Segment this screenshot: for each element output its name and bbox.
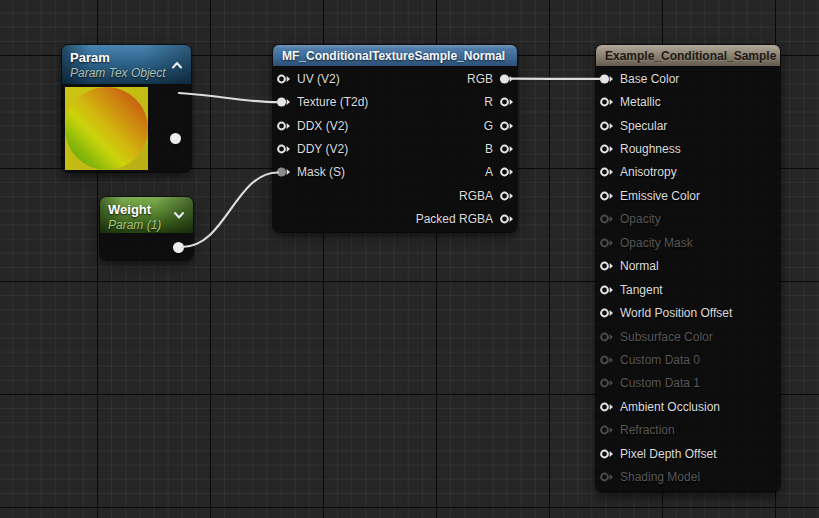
param-node-subtitle: Param Tex Object [70,66,183,81]
mask-s--pin-icon[interactable] [276,166,291,178]
pin-row-tangent[interactable]: Tangent [599,278,732,301]
emissive-color-pin-icon[interactable] [599,190,614,202]
world-position-offset-pin-icon[interactable] [599,307,614,319]
pin-row-ddx-v2-[interactable]: DDX (V2) [276,114,368,137]
node-material-function[interactable]: MF_ConditionalTextureSample_Normal UV (V… [273,45,517,232]
pin-row-rgb[interactable]: RGB [416,67,514,90]
pin-label: Texture (T2d) [297,95,368,109]
pin-label: Anisotropy [620,165,677,179]
specular-pin-icon[interactable] [599,120,614,132]
pin-label: Normal [620,259,659,273]
ddy-v2--pin-icon[interactable] [276,143,291,155]
result-node-title: Example_Conditional_Sample [605,49,776,63]
custom-data-1-pin-icon[interactable] [599,377,614,389]
function-node-header[interactable]: MF_ConditionalTextureSample_Normal [273,45,517,67]
pin-row-mask-s-[interactable]: Mask (S) [276,161,368,184]
param-node-title: Param [70,49,183,66]
texture-preview[interactable] [65,87,148,170]
packed-rgba-pin-icon[interactable] [499,213,514,225]
node-weight[interactable]: Weight Param (1) [100,197,193,260]
pin-row-pixel-depth-offset[interactable]: Pixel Depth Offset [599,442,732,465]
node-material-result[interactable]: Example_Conditional_Sample Base ColorMet… [596,45,780,492]
pin-label: Shading Model [620,470,700,484]
pin-label: Roughness [620,142,681,156]
wire-weight-to-mask[interactable] [182,173,278,248]
pin-row-subsurface-color[interactable]: Subsurface Color [599,325,732,348]
opacity-mask-pin-icon[interactable] [599,237,614,249]
pin-row-shading-model[interactable]: Shading Model [599,465,732,488]
pin-row-specular[interactable]: Specular [599,114,732,137]
function-input-pins: UV (V2)Texture (T2d)DDX (V2)DDY (V2)Mask… [276,67,368,184]
pin-label: Metallic [620,95,661,109]
chevron-down-icon[interactable] [173,211,185,220]
param-node-header[interactable]: Param Param Tex Object [62,45,191,84]
pin-row-base-color[interactable]: Base Color [599,67,732,90]
pin-row-rgba[interactable]: RGBA [416,184,514,207]
shading-model-pin-icon[interactable] [599,471,614,483]
weight-node-header[interactable]: Weight Param (1) [100,197,193,233]
subsurface-color-pin-icon[interactable] [599,331,614,343]
pin-row-b[interactable]: B [416,137,514,160]
pin-row-custom-data-0[interactable]: Custom Data 0 [599,348,732,371]
normal-pin-icon[interactable] [599,260,614,272]
anisotropy-pin-icon[interactable] [599,166,614,178]
pin-label: G [484,119,493,133]
pin-row-anisotropy[interactable]: Anisotropy [599,161,732,184]
pixel-depth-offset-pin-icon[interactable] [599,448,614,460]
pin-label: DDX (V2) [297,119,348,133]
param-output-pin[interactable] [170,133,181,144]
pin-row-ddy-v2-[interactable]: DDY (V2) [276,137,368,160]
pin-label: Mask (S) [297,165,345,179]
refraction-pin-icon[interactable] [599,424,614,436]
pin-row-ambient-occlusion[interactable]: Ambient Occlusion [599,395,732,418]
pin-row-refraction[interactable]: Refraction [599,419,732,442]
weight-output-pin[interactable] [173,242,184,253]
metallic-pin-icon[interactable] [599,96,614,108]
pin-row-opacity[interactable]: Opacity [599,208,732,231]
roughness-pin-icon[interactable] [599,143,614,155]
custom-data-0-pin-icon[interactable] [599,354,614,366]
pin-label: RGBA [459,189,493,203]
pin-label: World Position Offset [620,306,732,320]
pin-label: B [485,142,493,156]
pin-row-a[interactable]: A [416,161,514,184]
rgb-pin-icon[interactable] [499,73,514,85]
chevron-up-icon[interactable] [171,60,183,69]
pin-row-texture-t2d-[interactable]: Texture (T2d) [276,90,368,113]
result-node-header[interactable]: Example_Conditional_Sample [596,45,780,67]
pin-row-metallic[interactable]: Metallic [599,90,732,113]
ddx-v2--pin-icon[interactable] [276,120,291,132]
opacity-pin-icon[interactable] [599,213,614,225]
pin-row-world-position-offset[interactable]: World Position Offset [599,301,732,324]
r-pin-icon[interactable] [499,96,514,108]
wire-param-to-texture[interactable] [179,93,278,102]
tangent-pin-icon[interactable] [599,284,614,296]
pin-label: Refraction [620,423,675,437]
pin-label: RGB [467,72,493,86]
pin-row-uv-v2-[interactable]: UV (V2) [276,67,368,90]
ambient-occlusion-pin-icon[interactable] [599,401,614,413]
g-pin-icon[interactable] [499,120,514,132]
a-pin-icon[interactable] [499,166,514,178]
pin-row-emissive-color[interactable]: Emissive Color [599,184,732,207]
node-param[interactable]: Param Param Tex Object [62,45,191,172]
pin-label: Packed RGBA [416,212,493,226]
base-color-pin-icon[interactable] [599,73,614,85]
b-pin-icon[interactable] [499,143,514,155]
pin-row-r[interactable]: R [416,90,514,113]
pin-row-opacity-mask[interactable]: Opacity Mask [599,231,732,254]
pin-row-normal[interactable]: Normal [599,255,732,278]
texture-preview-sphere [65,87,148,170]
pin-row-g[interactable]: G [416,114,514,137]
pin-label: Custom Data 1 [620,376,700,390]
material-graph-canvas[interactable]: Param Param Tex Object Weight Param (1) … [0,0,819,518]
rgba-pin-icon[interactable] [499,190,514,202]
result-input-pins: Base ColorMetallicSpecularRoughnessAniso… [599,67,732,489]
pin-row-custom-data-1[interactable]: Custom Data 1 [599,372,732,395]
pin-row-roughness[interactable]: Roughness [599,137,732,160]
pin-label: Ambient Occlusion [620,400,720,414]
texture-t2d--pin-icon[interactable] [276,96,291,108]
uv-v2--pin-icon[interactable] [276,73,291,85]
pin-row-packed-rgba[interactable]: Packed RGBA [416,208,514,231]
pin-label: R [484,95,493,109]
